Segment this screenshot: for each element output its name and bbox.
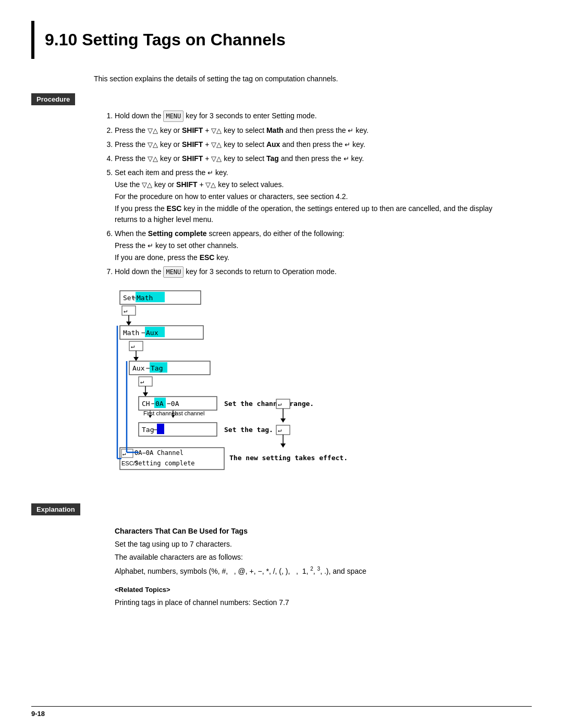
svg-text:0A: 0A [155,400,164,408]
svg-text:↵: ↵ [124,307,127,314]
svg-text:−: − [153,426,157,434]
intro-text: This section explains the details of set… [94,75,532,83]
enter-key-3: ↵ [345,140,350,150]
enter-key-2: ↵ [348,126,353,136]
svg-text:Set the tag.: Set the tag. [224,426,273,434]
menu-key-7: MENU [163,266,183,278]
svg-text:Tag: Tag [142,426,154,434]
menu-key-1: MENU [163,110,183,122]
svg-text:First channel: First channel [143,410,176,416]
chars-line3: Alphabet, numbers, symbols (%, #, , @, +… [115,565,500,577]
step-3: Press the ▽△ key or SHIFT + ▽△ key to se… [115,139,500,150]
svg-text:Tag: Tag [151,364,163,372]
svg-rect-49 [157,424,164,434]
svg-marker-18 [133,357,139,361]
enter-key-6: ↵ [148,241,153,251]
svg-text:Setting complete: Setting complete [134,460,195,467]
enter-key-5: ↵ [207,168,213,178]
svg-text:−0A: −0A [167,400,179,408]
step-2: Press the ▽△ key or SHIFT + ▽△ key to se… [115,125,500,136]
flow-diagram: Set − Math ↵ Math − Aux [115,288,407,491]
page-number: 9-18 [31,710,45,718]
nav-sym-2: ▽△ [148,127,158,134]
nav-sym-4b: ▽△ [211,155,222,163]
svg-text:↵: ↵ [278,400,282,408]
svg-text:−: − [141,329,145,337]
page-title: 9.10 Setting Tags on Channels [45,30,532,50]
svg-text:−: − [132,294,136,302]
svg-marker-8 [126,322,131,326]
step-5: Set each item and press the ↵ key. Use t… [115,167,500,225]
chars-line1: Set the tag using up to 7 characters. [115,539,500,550]
svg-text:Aux: Aux [146,329,158,337]
related-topics: <Related Topics> Printing tags in place … [115,584,500,608]
step-7: Hold down the MENU key for 3 seconds to … [115,266,500,278]
svg-text:CH: CH [142,400,150,408]
svg-text:↵: ↵ [131,342,134,350]
svg-marker-41 [172,415,175,418]
nav-sym-5b: ▽△ [205,181,216,189]
svg-marker-39 [149,415,152,418]
nav-sym-2b: ▽△ [211,127,222,134]
nav-sym-5: ▽△ [142,181,152,189]
explanation-content: Characters That Can Be Used for Tags Set… [115,526,500,608]
svg-text:Math: Math [123,329,139,337]
related-text: Printing tags in place of channel number… [115,597,500,608]
svg-text:↵: ↵ [278,426,282,434]
explanation-label: Explanation [31,503,80,515]
svg-text:↵: ↵ [140,378,144,385]
procedure-list: Hold down the MENU key for 3 seconds to … [115,110,500,278]
diagram-area: Set − Math ↵ Math − Aux [115,288,407,493]
svg-text:Aux: Aux [132,364,145,372]
svg-text:↵: ↵ [123,450,126,457]
svg-text:−: − [146,364,150,372]
explanation-section: Explanation Characters That Can Be Used … [31,503,532,608]
nav-sym-3b: ▽△ [211,141,222,149]
svg-marker-45 [280,418,286,423]
svg-text:Last channel: Last channel [172,410,204,416]
enter-key-4: ↵ [344,154,349,164]
nav-sym-3: ▽△ [148,141,158,149]
svg-text:Set the channel range.: Set the channel range. [224,400,314,408]
procedure-section: Procedure Hold down the MENU key for 3 s… [31,93,532,493]
title-section: 9.10 Setting Tags on Channels [31,21,532,59]
svg-text:0A−0A Channel: 0A−0A Channel [134,449,183,456]
procedure-label: Procedure [31,93,75,105]
svg-marker-28 [143,392,148,397]
step-6: When the Setting complete screen appears… [115,228,500,263]
chars-heading: Characters That Can Be Used for Tags [115,526,500,537]
step-4: Press the ▽△ key or SHIFT + ▽△ key to se… [115,153,500,164]
chars-line2: The available characters are as follows: [115,552,500,563]
related-heading: <Related Topics> [115,584,500,595]
svg-text:The new setting takes effect.: The new setting takes effect. [229,454,348,462]
svg-marker-54 [280,443,286,448]
page-footer: 9-18 [31,706,532,718]
svg-text:Math: Math [137,294,153,302]
nav-sym-4: ▽△ [148,155,158,163]
step-1: Hold down the MENU key for 3 seconds to … [115,110,500,122]
